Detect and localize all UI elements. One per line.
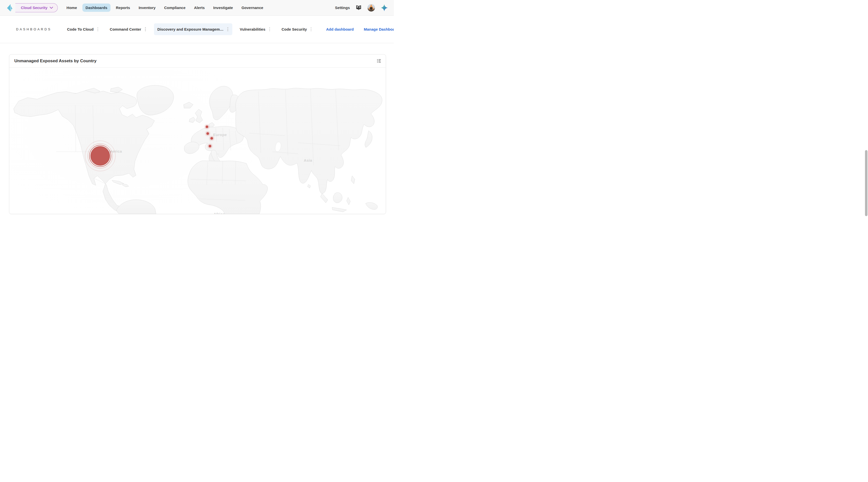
world-bubble-map[interactable]: America Europe Asia Africa xyxy=(9,67,386,214)
dashboards-bar: DASHBOARDS Code To Cloud Command Center … xyxy=(0,15,394,43)
bubble-italy[interactable] xyxy=(209,145,211,147)
product-switcher[interactable]: Cloud Security xyxy=(15,3,58,12)
nav-right-cluster: Settings xyxy=(335,4,388,11)
kebab-menu-icon[interactable] xyxy=(227,27,229,32)
world-map: America Europe Asia Africa xyxy=(9,67,386,214)
nav-item-dashboards[interactable]: Dashboards xyxy=(82,3,111,12)
nav-item-investigate[interactable]: Investigate xyxy=(210,3,236,12)
bubble-austria[interactable] xyxy=(211,137,213,139)
map-label-asia: Asia xyxy=(304,158,312,162)
panel-title: Unmanaged Exposed Assets by Country xyxy=(14,59,96,64)
nav-item-alerts[interactable]: Alerts xyxy=(191,3,208,12)
kebab-menu-icon[interactable] xyxy=(310,27,312,32)
dashboards-section-label: DASHBOARDS xyxy=(16,27,52,31)
list-icon[interactable] xyxy=(377,59,381,63)
tab-vulnerabilities[interactable]: Vulnerabilities xyxy=(236,23,274,35)
nav-item-inventory[interactable]: Inventory xyxy=(135,3,159,12)
manage-dashboards-link[interactable]: Manage Dashboards xyxy=(364,27,394,31)
nav-item-home[interactable]: Home xyxy=(63,3,81,12)
add-dashboard-link[interactable]: Add dashboard xyxy=(326,27,353,31)
settings-button[interactable]: Settings xyxy=(335,5,350,10)
bubble-united-states[interactable] xyxy=(90,146,110,166)
chevron-down-icon xyxy=(50,7,53,9)
nav-item-governance[interactable]: Governance xyxy=(238,3,267,12)
kebab-menu-icon[interactable] xyxy=(97,27,99,32)
nav-item-compliance[interactable]: Compliance xyxy=(161,3,189,12)
main-nav: Home Dashboards Reports Inventory Compli… xyxy=(63,3,267,12)
nav-item-reports[interactable]: Reports xyxy=(113,3,133,12)
unmanaged-exposed-assets-panel: Unmanaged Exposed Assets by Country xyxy=(9,54,386,214)
bubble-north-germany[interactable] xyxy=(206,126,208,128)
kebab-menu-icon[interactable] xyxy=(269,27,271,32)
continents xyxy=(13,85,382,214)
tab-discovery-and-exposure-management[interactable]: Discovery and Exposure Managem… xyxy=(154,23,232,35)
map-label-africa: Africa xyxy=(214,212,225,214)
tab-code-security[interactable]: Code Security xyxy=(278,23,315,35)
sparkle-icon[interactable] xyxy=(381,4,388,11)
product-switcher-label: Cloud Security xyxy=(21,5,48,10)
panel-header: Unmanaged Exposed Assets by Country xyxy=(9,55,386,67)
open-book-icon[interactable] xyxy=(355,5,362,10)
map-label-europe: Europe xyxy=(213,133,227,137)
user-avatar[interactable] xyxy=(367,4,375,11)
top-navigation: Cloud Security Home Dashboards Reports I… xyxy=(0,0,394,15)
tab-code-to-cloud[interactable]: Code To Cloud xyxy=(64,23,102,35)
kebab-menu-icon[interactable] xyxy=(145,27,147,32)
tab-command-center[interactable]: Command Center xyxy=(106,23,150,35)
bubble-central-germany[interactable] xyxy=(207,132,209,135)
prisma-cloud-logo-icon[interactable] xyxy=(7,3,13,12)
